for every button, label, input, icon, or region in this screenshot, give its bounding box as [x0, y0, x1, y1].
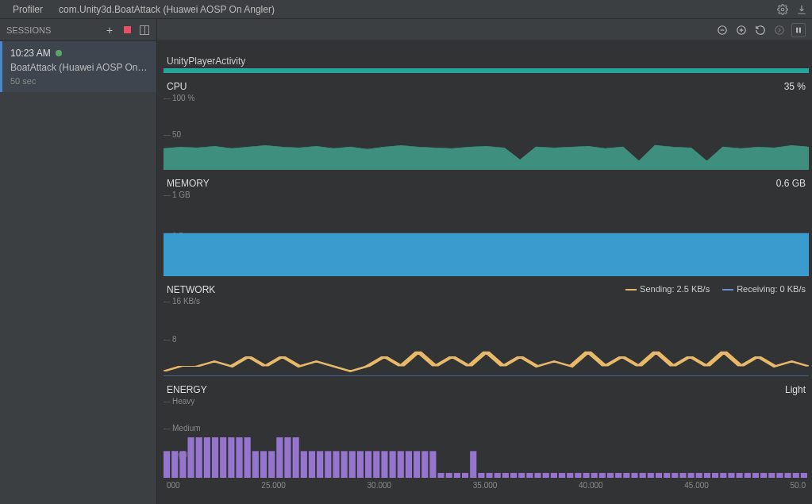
- svg-rect-28: [317, 451, 323, 478]
- svg-rect-73: [679, 473, 686, 478]
- session-time: 10:23 AM: [10, 48, 148, 59]
- svg-rect-52: [510, 473, 517, 478]
- svg-rect-42: [429, 451, 436, 478]
- svg-rect-31: [341, 451, 348, 478]
- svg-rect-88: [801, 473, 807, 478]
- svg-rect-61: [583, 473, 589, 478]
- svg-rect-55: [534, 473, 541, 478]
- svg-rect-18: [236, 437, 242, 478]
- svg-rect-38: [398, 451, 404, 478]
- time-axis: 00025.00030.00035.00040.00045.00050.0: [164, 479, 812, 490]
- session-item[interactable]: 10:23 AM BoatAttack (Huawei AOSP On An..…: [0, 41, 156, 92]
- sessions-header: SESSIONS +: [0, 19, 156, 41]
- memory-chart[interactable]: MEMORY 0.6 GB 1 GB 0.5: [164, 176, 812, 276]
- svg-rect-8: [799, 27, 801, 33]
- svg-point-6: [775, 25, 784, 34]
- sessions-label: SESSIONS: [6, 25, 51, 35]
- reset-zoom-icon[interactable]: [753, 23, 768, 37]
- svg-rect-11: [179, 451, 186, 478]
- svg-rect-17: [228, 437, 234, 478]
- gear-icon[interactable]: [777, 4, 788, 15]
- svg-rect-65: [615, 473, 622, 478]
- svg-point-0: [781, 8, 784, 11]
- svg-rect-33: [357, 451, 364, 478]
- split-view-icon[interactable]: [139, 25, 150, 36]
- download-icon[interactable]: [796, 4, 807, 15]
- svg-rect-87: [793, 473, 799, 478]
- activity-bar[interactable]: [164, 68, 809, 73]
- svg-rect-32: [349, 451, 356, 478]
- svg-rect-45: [454, 473, 460, 478]
- svg-rect-78: [720, 473, 726, 478]
- svg-rect-69: [648, 473, 654, 478]
- svg-rect-67: [631, 473, 637, 478]
- network-title: NETWORK: [167, 284, 215, 295]
- svg-rect-47: [470, 451, 476, 478]
- energy-title: ENERGY: [167, 384, 207, 395]
- live-indicator-icon: [56, 50, 62, 56]
- svg-rect-46: [462, 473, 468, 478]
- svg-rect-49: [487, 473, 493, 478]
- svg-rect-58: [559, 473, 565, 478]
- network-chart[interactable]: NETWORK Sending: 2.5 KB/s Receiving: 0 K…: [164, 283, 812, 376]
- svg-rect-82: [752, 473, 759, 478]
- svg-rect-24: [284, 437, 291, 478]
- svg-rect-64: [607, 473, 614, 478]
- svg-rect-16: [220, 437, 226, 478]
- zoom-out-icon[interactable]: [715, 23, 729, 37]
- svg-rect-27: [309, 451, 315, 478]
- svg-rect-43: [438, 473, 444, 478]
- svg-rect-66: [623, 473, 629, 478]
- svg-rect-63: [599, 473, 606, 478]
- titlebar: Profiler com.Unity3d.BoatAttack (Huawei …: [0, 0, 812, 19]
- svg-rect-30: [333, 451, 339, 478]
- svg-rect-23: [276, 437, 283, 478]
- tab-profiler[interactable]: Profiler: [5, 2, 51, 17]
- cpu-title: CPU: [167, 81, 187, 92]
- tab-app[interactable]: com.Unity3d.BoatAttack (Huawei AOSP On A…: [51, 2, 283, 17]
- svg-rect-26: [301, 451, 307, 478]
- legend-receiving: Receiving: 0 KB/s: [722, 284, 806, 295]
- svg-rect-56: [543, 473, 549, 478]
- svg-rect-19: [244, 437, 251, 478]
- svg-rect-68: [640, 473, 646, 478]
- session-name: BoatAttack (Huawei AOSP On An...: [10, 62, 148, 73]
- svg-rect-51: [502, 473, 509, 478]
- svg-rect-10: [171, 451, 178, 478]
- svg-rect-21: [260, 451, 267, 478]
- stop-session-icon[interactable]: [121, 25, 133, 36]
- svg-rect-85: [776, 473, 783, 478]
- svg-rect-34: [365, 451, 371, 478]
- sessions-sidebar: SESSIONS + 10:23 AM BoatAttack (Huawei A…: [0, 19, 157, 504]
- svg-rect-53: [518, 473, 525, 478]
- svg-rect-83: [760, 473, 767, 478]
- pause-button[interactable]: [791, 23, 806, 37]
- svg-rect-50: [495, 473, 501, 478]
- svg-rect-15: [212, 437, 218, 478]
- add-session-icon[interactable]: +: [104, 25, 115, 36]
- legend-sending: Sending: 2.5 KB/s: [625, 284, 710, 295]
- svg-rect-71: [664, 473, 670, 478]
- svg-rect-81: [745, 473, 751, 478]
- svg-rect-75: [696, 473, 702, 478]
- svg-rect-70: [656, 473, 662, 478]
- chart-toolbar: [157, 19, 812, 41]
- zoom-in-icon[interactable]: [734, 23, 749, 37]
- svg-rect-36: [381, 451, 387, 478]
- jump-icon[interactable]: [772, 23, 787, 37]
- svg-rect-57: [551, 473, 557, 478]
- svg-rect-62: [591, 473, 598, 478]
- energy-chart[interactable]: ENERGY Light Heavy Medium Light: [164, 383, 812, 478]
- activity-label: UnityPlayerActivity: [167, 56, 812, 67]
- svg-rect-80: [737, 473, 743, 478]
- svg-rect-41: [421, 451, 428, 478]
- svg-rect-60: [575, 473, 581, 478]
- svg-rect-9: [164, 451, 170, 478]
- memory-title: MEMORY: [167, 178, 210, 189]
- cpu-chart[interactable]: CPU 35 % 100 % 50: [164, 79, 812, 170]
- svg-rect-35: [373, 451, 379, 478]
- svg-rect-84: [768, 473, 775, 478]
- memory-value: 0.6 GB: [776, 178, 806, 189]
- svg-rect-39: [406, 451, 412, 478]
- svg-rect-22: [268, 451, 275, 478]
